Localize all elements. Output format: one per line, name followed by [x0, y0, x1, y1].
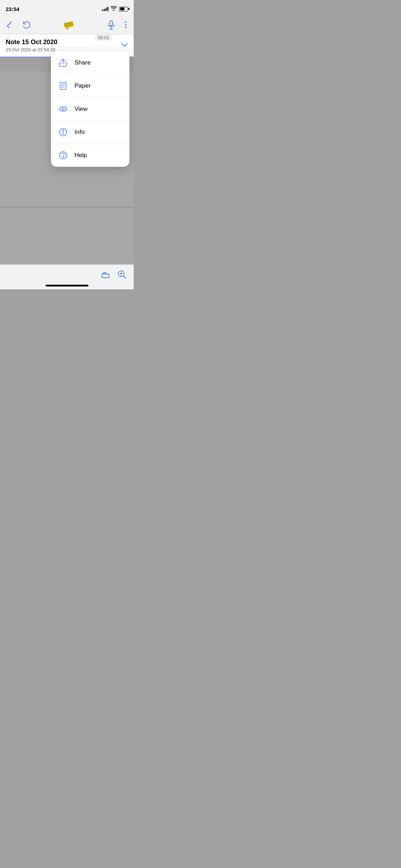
zoom-in-icon [117, 270, 127, 279]
eraser-icon [101, 270, 110, 279]
info-icon [58, 127, 68, 137]
menu-item-paper[interactable]: Paper [51, 74, 129, 98]
chevron-down-icon [121, 42, 128, 47]
home-indicator [46, 285, 88, 286]
eraser-button[interactable] [99, 268, 112, 280]
svg-point-7 [62, 108, 65, 110]
paper-icon [58, 81, 68, 91]
svg-rect-2 [110, 21, 113, 26]
view-icon [58, 104, 68, 114]
status-time: 23:54 [6, 6, 19, 12]
dropdown-arrow [115, 51, 122, 52]
page-separator [0, 207, 134, 207]
svg-point-10 [63, 130, 63, 131]
menu-item-help[interactable]: Help [51, 144, 129, 167]
highlighter-button[interactable] [61, 19, 77, 31]
more-icon [125, 21, 127, 29]
microphone-button[interactable] [106, 19, 117, 31]
svg-rect-13 [102, 274, 109, 278]
menu-item-view[interactable]: View [51, 98, 129, 121]
note-date: 15 Oct 2020 at 23:54:32 [6, 47, 57, 52]
highlighter-icon [63, 20, 76, 30]
help-icon [58, 150, 68, 160]
svg-point-12 [63, 157, 63, 157]
back-button[interactable] [6, 20, 14, 30]
note-info: Note 15 Oct 2020 15 Oct 2020 at 23:54:32 [6, 38, 57, 52]
svg-point-6 [60, 107, 67, 112]
view-label: View [74, 105, 88, 113]
info-label: Info [74, 129, 84, 136]
menu-item-info[interactable]: Info [51, 121, 129, 144]
paper-label: Paper [74, 82, 91, 89]
dropdown-menu: Share Paper View [51, 51, 129, 167]
status-icons [102, 6, 128, 12]
zoom-in-button[interactable] [116, 268, 128, 280]
more-options-button[interactable] [124, 20, 128, 30]
undo-button[interactable] [21, 20, 32, 30]
menu-item-share[interactable]: Share [51, 51, 129, 74]
svg-rect-0 [63, 21, 73, 28]
share-icon [58, 58, 68, 68]
status-bar: 23:54 [0, 0, 134, 16]
svg-marker-1 [66, 27, 68, 30]
signal-bars-icon [102, 7, 108, 11]
toolbar [0, 16, 134, 34]
undo-icon [22, 21, 31, 29]
note-title: Note 15 Oct 2020 [6, 38, 57, 46]
battery-icon [119, 7, 128, 11]
toolbar-right [106, 19, 128, 31]
chevron-left-icon [7, 21, 14, 29]
toolbar-left [6, 20, 32, 30]
mic-icon [107, 20, 115, 30]
wifi-icon [110, 6, 117, 12]
help-label: Help [74, 152, 87, 159]
note-collapse-button[interactable] [121, 42, 128, 49]
svg-line-18 [123, 276, 126, 278]
share-label: Share [74, 59, 91, 66]
recording-timer: 00:01 [95, 34, 112, 41]
